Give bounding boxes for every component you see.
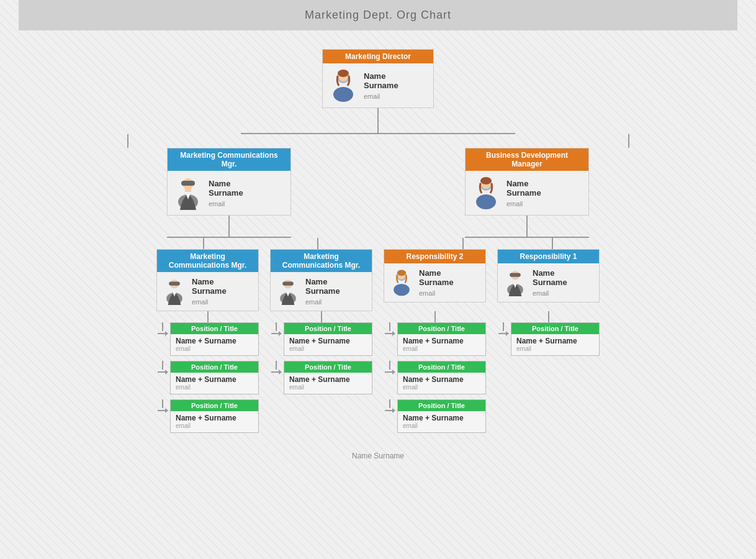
- l4-header-0-2: Position / Title: [171, 400, 258, 411]
- l4-card-2-1: Position / Title Name + Surname email: [397, 361, 486, 394]
- l4-header-0-1: Position / Title: [171, 361, 258, 373]
- l3-body-0: Name Surname email: [157, 272, 258, 311]
- svg-rect-13: [169, 281, 180, 285]
- l4-entry-1-1: Position / Title Name + Surname email: [270, 361, 372, 394]
- l4-entry-3-0: Position / Title Name + Surname email: [497, 322, 600, 356]
- bottom-name-surname: Name Surname: [352, 452, 404, 460]
- l3-text-0: Name Surname email: [192, 277, 227, 306]
- l4-body-2-0: Name + Surname email: [398, 334, 485, 355]
- l2-left-name: Name: [209, 179, 243, 188]
- l3-text-3: Name Surname email: [533, 268, 567, 297]
- l3-header-2: Responsibility 2: [384, 250, 485, 263]
- l4-header-2-2: Position / Title: [398, 400, 485, 411]
- l2-left-text: Name Surname email: [209, 179, 243, 207]
- center-vert: [377, 122, 379, 134]
- l3-dl-2: [462, 238, 464, 249]
- l4-dl-2: [434, 311, 436, 322]
- l3-header-1: Marketing Communications Mgr.: [271, 250, 372, 272]
- l2-right-header: Business Development Manager: [466, 148, 588, 171]
- l4-body-1-1: Name + Surname email: [284, 373, 372, 394]
- l4-name-0-0: Name + Surname: [176, 337, 253, 345]
- l4-entry-2-0: Position / Title Name + Surname email: [384, 322, 486, 356]
- l4-body-2-2: Name + Surname email: [398, 411, 485, 432]
- l4-card-0-0: Position / Title Name + Surname email: [170, 322, 259, 356]
- l4-card-2-2: Position / Title Name + Surname email: [397, 399, 486, 433]
- l3-body-3: Name Surname email: [498, 263, 599, 302]
- l4-col1: Position / Title Name + Surname email: [270, 322, 372, 394]
- l4-body-2-1: Name + Surname email: [398, 373, 485, 394]
- svg-point-11: [480, 177, 492, 184]
- l4-col3: Position / Title Name + Surname email: [497, 322, 600, 356]
- l2-down-right: [628, 134, 629, 148]
- l3-mid-spacer: [316, 216, 440, 238]
- l3-card-2: Responsibility 2 Name Surname email: [384, 249, 486, 302]
- l4-entry-1-0: Position / Title Name + Surname email: [270, 322, 372, 356]
- svg-rect-5: [181, 181, 195, 186]
- vert-line-1: [377, 108, 379, 122]
- l4-header-0-0: Position / Title: [171, 323, 258, 334]
- l4-header-1-1: Position / Title: [284, 361, 372, 373]
- l4-header-2-1: Position / Title: [398, 361, 485, 373]
- h-line-left: [241, 133, 377, 134]
- director-email: email: [364, 93, 398, 100]
- l2-down-lines: [12, 134, 744, 148]
- l3-text-1: Name Surname email: [305, 277, 340, 306]
- l2-left-avatar: [173, 176, 204, 210]
- l4-col0: Position / Title Name + Surname email: [156, 322, 259, 433]
- l4-body-0-1: Name + Surname email: [171, 373, 258, 394]
- director-name: Name: [364, 71, 398, 81]
- l3-avatar-2: [389, 269, 414, 296]
- svg-rect-7: [185, 188, 191, 192]
- l4-entry-0-2: Position / Title Name + Surname email: [156, 399, 259, 433]
- l3-col2: Responsibility 2 Name Surname email: [384, 249, 486, 311]
- l4-header-2-0: Position / Title: [398, 323, 485, 334]
- right-h-conn: [465, 227, 589, 238]
- l3-col1: Marketing Communications Mgr. Name Surna…: [270, 249, 372, 311]
- l3-dl-0: [203, 238, 204, 249]
- l4-body-0-2: Name + Surname email: [171, 411, 258, 432]
- l2-left-header: Marketing Communications Mgr.: [168, 148, 290, 171]
- svg-rect-23: [510, 273, 521, 276]
- l4-dl-0: [207, 311, 209, 322]
- left-down1: [228, 216, 230, 227]
- l4-entry-0-0: Position / Title Name + Surname email: [156, 322, 259, 356]
- l4-card-0-2: Position / Title Name + Surname email: [170, 399, 259, 433]
- l4-down-lines: [12, 311, 744, 322]
- level3-row: Marketing Communications Mgr. Name Surna…: [12, 249, 744, 311]
- l4-card-1-0: Position / Title Name + Surname email: [284, 322, 372, 356]
- l4-entry-0-1: Position / Title Name + Surname email: [156, 361, 259, 394]
- svg-rect-16: [282, 281, 294, 285]
- l2-spacer: [316, 148, 440, 216]
- level4-row: Position / Title Name + Surname email: [12, 322, 744, 433]
- l2-left-email: email: [209, 200, 243, 207]
- l3-text-2: Name Surname email: [419, 268, 454, 297]
- l3-body-2: Name Surname email: [384, 263, 485, 302]
- l3-avatar-1: [276, 278, 300, 305]
- l3-body-1: Name Surname email: [271, 272, 372, 311]
- svg-point-3: [338, 70, 349, 77]
- l2-l3-connectors: [12, 216, 744, 238]
- l3-header-0: Marketing Communications Mgr.: [157, 250, 258, 272]
- l2-left-surname: Surname: [209, 188, 243, 198]
- l1-l2-h-connector: [12, 122, 744, 134]
- l3-col3: Responsibility 1 Name Surname email: [497, 249, 600, 311]
- l4-header-3-0: Position / Title: [511, 323, 599, 334]
- h-line-right: [379, 133, 515, 134]
- director-surname: Surname: [364, 81, 398, 90]
- l3-dl-1: [317, 238, 318, 249]
- l4-email-0-2: email: [176, 422, 253, 429]
- l4-card-3-0: Position / Title Name + Surname email: [511, 322, 600, 356]
- l4-body-0-0: Name + Surname email: [171, 334, 258, 355]
- l2-right-node: Business Development Manager Name Surnam…: [465, 148, 589, 216]
- l4-card-2-0: Position / Title Name + Surname email: [397, 322, 486, 356]
- l4-card-1-1: Position / Title Name + Surname email: [284, 361, 372, 394]
- svg-point-19: [394, 284, 410, 296]
- l4-name-0-1: Name + Surname: [176, 375, 253, 384]
- director-node: Marketing Director Name: [322, 49, 434, 108]
- l3-card-0: Marketing Communications Mgr. Name Surna…: [156, 249, 259, 311]
- l2-right-card: Business Development Manager Name Surnam…: [465, 148, 589, 216]
- l1-l2-connector-top: [12, 108, 744, 122]
- l2-right-name: Name: [506, 179, 541, 188]
- l2-left-body: Name Surname email: [168, 171, 290, 215]
- l4-header-1-0: Position / Title: [284, 323, 372, 334]
